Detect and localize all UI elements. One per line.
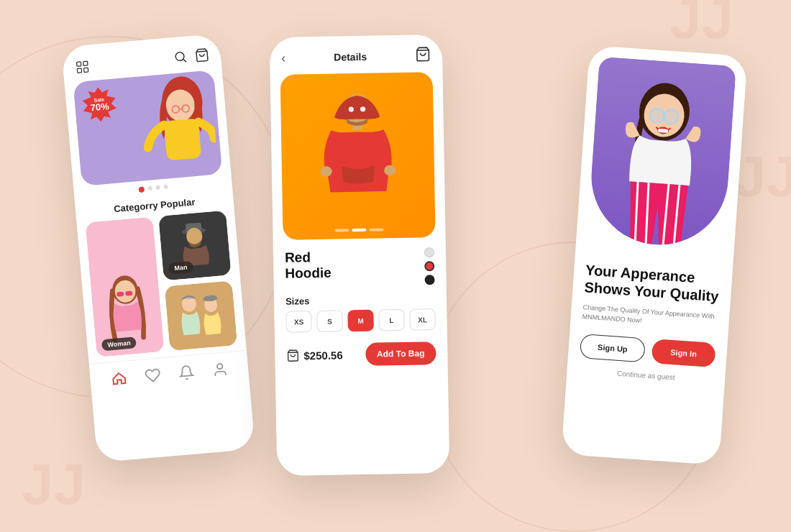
color-dot-2[interactable] bbox=[424, 261, 434, 271]
product-name-line2: Hoodie bbox=[285, 265, 332, 281]
hero-woman-svg bbox=[598, 58, 725, 249]
sale-percent: 70% bbox=[90, 101, 109, 112]
color-dot-3[interactable] bbox=[424, 275, 434, 285]
category-grid: Woman Man bbox=[86, 211, 238, 357]
price-cart-icon bbox=[286, 349, 299, 362]
phone2-header: ‹ Details bbox=[270, 35, 443, 75]
nav-home[interactable] bbox=[110, 370, 127, 387]
detail-title: Details bbox=[334, 51, 367, 63]
category-kids[interactable] bbox=[165, 280, 237, 351]
svg-line-6 bbox=[196, 51, 207, 52]
phone1-header-icons bbox=[173, 47, 210, 68]
search-icon[interactable] bbox=[173, 49, 188, 68]
product-name-row: Red Hoodie bbox=[273, 237, 447, 290]
svg-rect-0 bbox=[77, 62, 81, 66]
img-dot-2 bbox=[352, 229, 366, 231]
cart-icon[interactable] bbox=[194, 47, 210, 66]
hero-banner: Sale 70% bbox=[73, 70, 222, 186]
back-button[interactable]: ‹ bbox=[281, 50, 285, 65]
svg-point-35 bbox=[649, 108, 664, 123]
product-image bbox=[280, 72, 436, 240]
category-woman[interactable]: Woman bbox=[86, 217, 165, 357]
phone-welcome: Your ApperanceShows Your Quality Change … bbox=[561, 45, 747, 465]
size-l[interactable]: L bbox=[378, 309, 405, 331]
img-dot-1 bbox=[334, 229, 349, 231]
image-dots bbox=[334, 228, 383, 231]
signin-button[interactable]: Sign In bbox=[651, 339, 716, 367]
price-section: $250.56 bbox=[286, 348, 343, 362]
size-s[interactable]: S bbox=[316, 310, 343, 332]
bottom-nav bbox=[89, 350, 250, 399]
svg-point-24 bbox=[216, 364, 222, 370]
phones-container: Sale 70% bbox=[0, 0, 791, 532]
sizes-row: XS S M L XL bbox=[274, 308, 447, 333]
dot-3 bbox=[155, 185, 160, 191]
svg-rect-39 bbox=[658, 129, 668, 133]
nav-notification[interactable] bbox=[178, 364, 195, 381]
welcome-subtitle: Change The Quality Of Your Appearance Wi… bbox=[582, 303, 718, 330]
auth-buttons: Sign Up Sign In bbox=[580, 334, 716, 367]
sizes-label: Sizes bbox=[274, 288, 447, 311]
img-dot-3 bbox=[369, 228, 383, 231]
dot-4 bbox=[163, 185, 168, 190]
svg-rect-3 bbox=[83, 68, 88, 72]
sale-badge: Sale 70% bbox=[81, 86, 118, 123]
svg-rect-1 bbox=[83, 61, 88, 65]
svg-point-36 bbox=[664, 109, 679, 124]
welcome-title-text: Your ApperanceShows Your Quality bbox=[584, 262, 719, 304]
svg-rect-2 bbox=[77, 68, 81, 73]
product-name: Red Hoodie bbox=[285, 249, 332, 282]
phone-home: Sale 70% bbox=[61, 34, 255, 463]
dot-1 bbox=[138, 186, 145, 193]
cart-icon-header[interactable] bbox=[415, 46, 431, 65]
banner-woman bbox=[131, 70, 219, 181]
product-name-line1: Red bbox=[285, 249, 311, 265]
color-options bbox=[424, 247, 435, 285]
nav-profile[interactable] bbox=[211, 361, 229, 378]
color-dot-1[interactable] bbox=[424, 247, 434, 257]
svg-point-4 bbox=[175, 52, 185, 61]
grid-icon bbox=[75, 59, 91, 75]
signup-button[interactable]: Sign Up bbox=[580, 334, 646, 362]
size-m[interactable]: M bbox=[347, 310, 374, 332]
hero-section bbox=[587, 57, 736, 249]
nav-favorite[interactable] bbox=[144, 367, 161, 384]
menu-icon[interactable] bbox=[74, 58, 91, 75]
welcome-content: Your ApperanceShows Your Quality Change … bbox=[566, 239, 734, 396]
guest-text[interactable]: Continue as guest bbox=[578, 367, 713, 384]
category-man[interactable]: Man bbox=[158, 211, 231, 281]
dot-2 bbox=[147, 185, 152, 191]
product-bottom: $250.56 Add To Bag bbox=[275, 330, 448, 375]
svg-line-5 bbox=[183, 59, 186, 62]
welcome-title: Your ApperanceShows Your Quality bbox=[584, 261, 721, 305]
size-xs[interactable]: XS bbox=[285, 311, 312, 333]
add-to-bag-button[interactable]: Add To Bag bbox=[365, 341, 436, 366]
size-xl[interactable]: XL bbox=[409, 308, 436, 331]
phone-detail: ‹ Details bbox=[270, 35, 450, 476]
price-text: $250.56 bbox=[303, 349, 343, 362]
